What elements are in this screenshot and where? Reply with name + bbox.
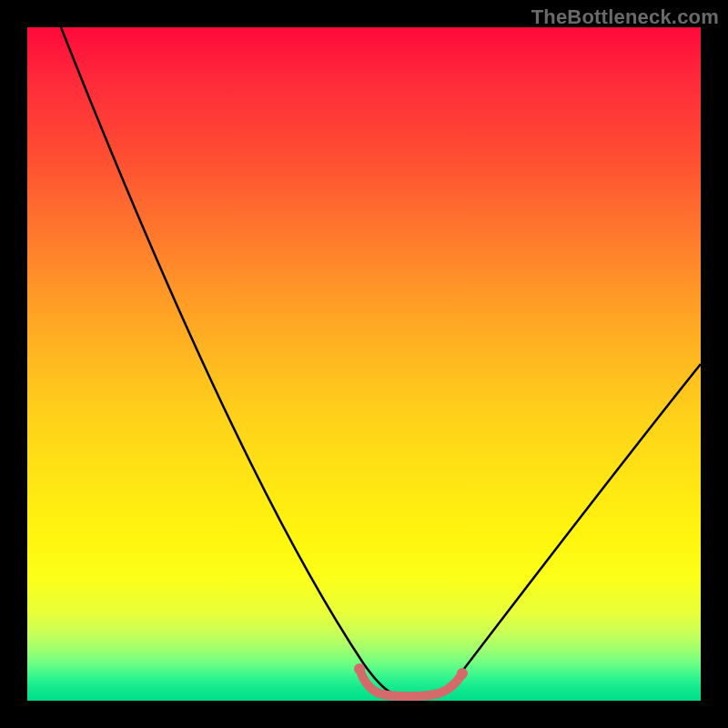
chart-frame: TheBottleneck.com: [0, 0, 728, 728]
optimal-range-start-dot: [354, 663, 365, 674]
watermark-text: TheBottleneck.com: [531, 5, 719, 29]
curve-layer: [27, 27, 701, 701]
optimal-range-end-dot: [457, 668, 468, 679]
optimal-range-highlight: [359, 669, 462, 696]
plot-area: [27, 27, 701, 701]
bottleneck-curve: [61, 27, 701, 696]
